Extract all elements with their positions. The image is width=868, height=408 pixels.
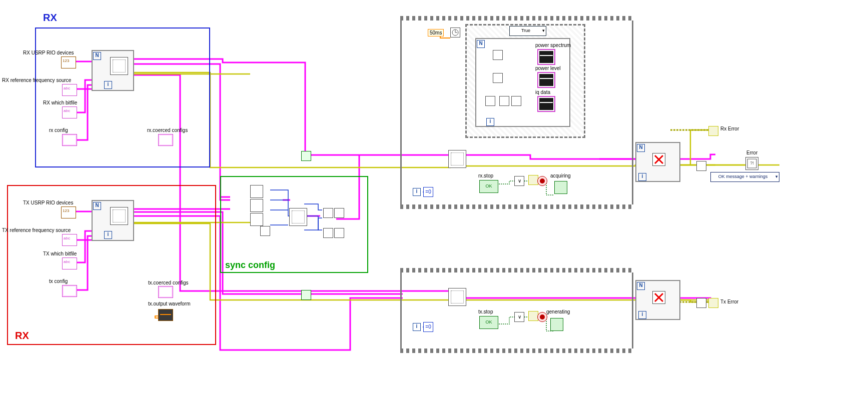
rx-fetch-subvi[interactable] xyxy=(448,150,466,168)
svg-rect-9 xyxy=(747,159,756,168)
tx-for-n: N xyxy=(93,202,101,210)
rx-title-label: RX xyxy=(43,12,57,24)
rx-acquiring-led[interactable] xyxy=(554,181,567,194)
tx-open-subvi[interactable] xyxy=(110,207,128,225)
tx-or1: ∨ xyxy=(514,312,524,322)
rx-close-i: i xyxy=(638,173,646,181)
rx-config-label: rx config xyxy=(49,128,68,133)
rx-coerced-label: rx.coerced configs xyxy=(147,128,188,133)
tx-title-label: RX xyxy=(15,330,29,342)
iq-node3[interactable] xyxy=(511,96,521,106)
rx-coerced-indicator[interactable] xyxy=(158,134,173,146)
iq-node2[interactable] xyxy=(499,96,509,106)
rx-inner-for-n: N xyxy=(477,40,485,48)
tx-close-i: i xyxy=(638,311,646,319)
tx-stop-cond[interactable] xyxy=(537,312,547,322)
rx-error-indicator[interactable] xyxy=(708,126,718,136)
rx-which-bitfile-control[interactable] xyxy=(62,106,77,118)
tx-ref-freq-control[interactable] xyxy=(62,234,77,246)
rx-for-i: i xyxy=(104,81,112,89)
rx-stop-cond[interactable] xyxy=(537,176,547,186)
svg-line-5 xyxy=(655,156,663,164)
sync-subvi-7[interactable] xyxy=(334,208,344,218)
tx-while-loop xyxy=(400,268,633,353)
power-level-indicator[interactable] xyxy=(537,72,555,88)
tx-config-label: tx config xyxy=(49,278,68,284)
rx-which-bitfile-label: RX which bitfile xyxy=(43,100,77,106)
svg-point-3 xyxy=(540,178,545,184)
rx-stop-button[interactable] xyxy=(479,180,498,193)
tx-or2 xyxy=(528,311,538,321)
rx-config-control[interactable] xyxy=(62,134,77,146)
svg-line-7 xyxy=(655,294,663,302)
tx-error-indicator[interactable] xyxy=(708,298,718,308)
error-dialog-selector[interactable]: OK message + warnings xyxy=(710,172,779,182)
sync-subvi-8[interactable] xyxy=(323,228,333,238)
tx-usrp-devices-label: TX USRP RIO devices xyxy=(23,200,73,206)
tx-eq0: =0 xyxy=(423,322,433,332)
rx-inner-for-i: i xyxy=(486,118,494,126)
tx-config-control[interactable] xyxy=(62,285,77,297)
tx-coerced-indicator[interactable] xyxy=(158,286,173,298)
tx-which-bitfile-label: TX which bitfile xyxy=(43,251,77,256)
tx-ref-freq-label: TX reference frequency source xyxy=(2,228,71,233)
rx-ref-freq-control[interactable] xyxy=(62,84,77,96)
tx-output-wf-label: tx.output waveform xyxy=(148,301,190,306)
rx-play-subvi[interactable] xyxy=(301,151,311,161)
tx-generating-led[interactable] xyxy=(550,318,563,331)
svg-point-6 xyxy=(540,314,545,320)
rx-loop-i: i xyxy=(413,188,421,196)
rx-case-selector[interactable]: True xyxy=(509,26,546,36)
sync-title-label: sync config xyxy=(225,260,275,270)
rx-or1: ∨ xyxy=(514,176,524,186)
iq-data-indicator[interactable] xyxy=(537,96,555,112)
tx-merge-err[interactable] xyxy=(696,298,706,308)
pl-node[interactable] xyxy=(493,73,503,83)
iq-data-label: iq data xyxy=(535,90,550,95)
rx-merge-err[interactable] xyxy=(696,161,706,171)
tx-close-subvi[interactable] xyxy=(652,291,665,304)
tx-which-bitfile-control[interactable] xyxy=(62,258,77,270)
sync-subvi-2[interactable] xyxy=(250,199,263,212)
rx-usrp-devices-control[interactable] xyxy=(61,56,76,68)
tx-write-subvi[interactable] xyxy=(448,288,466,306)
sync-subvi-6[interactable] xyxy=(323,208,333,218)
svg-line-4 xyxy=(655,156,663,164)
tx-error-label: Tx Error xyxy=(720,299,738,304)
rx-for-n: N xyxy=(93,52,101,60)
sync-subvi-1[interactable] xyxy=(250,185,263,198)
wait-timer-icon xyxy=(450,28,460,38)
rx-close-subvi[interactable] xyxy=(652,153,665,166)
ps-node[interactable] xyxy=(493,50,503,60)
rx-or2 xyxy=(528,175,538,185)
tx-stop-button[interactable] xyxy=(479,316,498,329)
error-dialog-text: OK message + warnings xyxy=(718,174,767,179)
rx-acquiring-label: acquiring xyxy=(550,173,571,178)
sync-subvi-5[interactable] xyxy=(289,208,307,226)
power-spectrum-label: power spectrum xyxy=(535,42,571,48)
tx-for-i: i xyxy=(104,231,112,239)
tx-play-subvi[interactable] xyxy=(301,290,311,300)
rx-ref-freq-label: RX reference frequency source xyxy=(2,78,71,83)
sync-subvi-9[interactable] xyxy=(334,228,344,238)
sync-subvi-3[interactable] xyxy=(250,213,263,226)
rx-error-label: Rx Error xyxy=(720,126,739,132)
tx-stop-label: tx.stop xyxy=(478,309,493,314)
tx-output-wf-control[interactable] xyxy=(158,309,173,321)
error-label: Error xyxy=(746,150,757,156)
rx-close-n: N xyxy=(637,144,645,152)
sync-subvi-4[interactable] xyxy=(260,226,270,236)
svg-text:?!: ?! xyxy=(750,160,754,166)
error-handler-vi[interactable]: ?! xyxy=(745,157,758,170)
wait-ms-label: 50ms xyxy=(428,29,444,36)
rx-eq0: =0 xyxy=(423,187,433,197)
rx-inner-for-loop xyxy=(475,38,570,127)
tx-generating-label: generating xyxy=(546,309,570,314)
rx-open-subvi[interactable] xyxy=(110,57,128,75)
iq-node1[interactable] xyxy=(485,96,495,106)
tx-usrp-devices-control[interactable] xyxy=(61,206,76,218)
svg-point-0 xyxy=(452,30,458,36)
power-spectrum-indicator[interactable] xyxy=(537,49,555,65)
rx-usrp-devices-label: RX USRP RIO devices xyxy=(23,50,74,56)
tx-close-n: N xyxy=(637,282,645,290)
